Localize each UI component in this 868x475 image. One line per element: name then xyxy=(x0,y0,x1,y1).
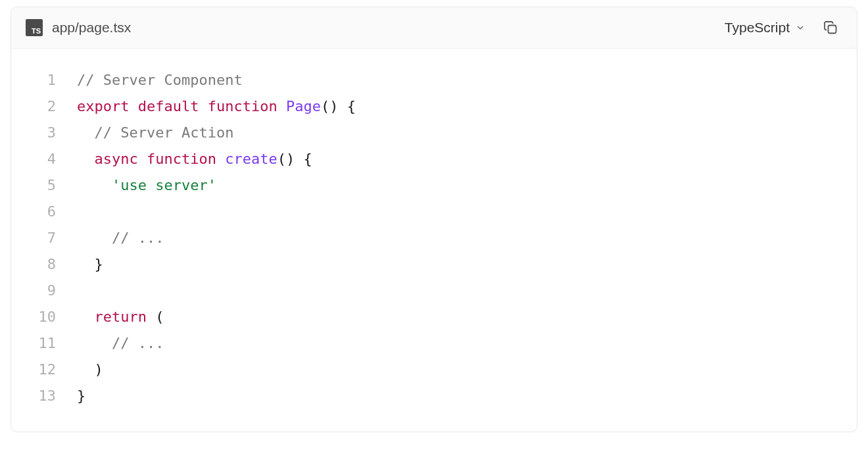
code-line: 7 // ... xyxy=(24,225,844,251)
line-number: 3 xyxy=(24,120,56,146)
code-line: 6 xyxy=(24,199,844,225)
line-content: // ... xyxy=(56,330,164,357)
line-number: 6 xyxy=(24,199,56,225)
code-line: 9 xyxy=(24,278,844,304)
code-line: 12 ) xyxy=(24,357,844,383)
line-number: 7 xyxy=(24,225,56,251)
header-left: TS app/page.tsx xyxy=(26,19,131,36)
line-content: } xyxy=(56,251,103,278)
line-number: 11 xyxy=(24,330,56,357)
line-content: } xyxy=(56,383,85,409)
line-content: 'use server' xyxy=(56,172,216,199)
code-body: 1// Server Component2export default func… xyxy=(11,49,857,432)
line-number: 2 xyxy=(24,93,56,120)
code-line: 3 // Server Action xyxy=(24,120,844,146)
svg-rect-0 xyxy=(829,26,836,34)
line-content xyxy=(56,278,85,304)
line-content: // Server Action xyxy=(56,120,233,146)
line-number: 8 xyxy=(24,251,56,278)
code-line: 10 return ( xyxy=(24,304,844,330)
code-line: 5 'use server' xyxy=(24,172,844,199)
line-content: async function create() { xyxy=(56,146,312,172)
code-line: 2export default function Page() { xyxy=(24,93,844,120)
line-number: 4 xyxy=(24,146,56,172)
line-number: 12 xyxy=(24,357,56,383)
line-number: 9 xyxy=(24,278,56,304)
line-number: 1 xyxy=(24,67,56,93)
line-content xyxy=(56,199,85,225)
copy-button[interactable] xyxy=(823,20,838,36)
code-line: 13} xyxy=(24,383,844,409)
line-number: 5 xyxy=(24,172,56,199)
header-right: TypeScript xyxy=(725,20,838,36)
chevron-down-icon xyxy=(795,22,806,33)
language-label: TypeScript xyxy=(725,20,790,36)
line-content: export default function Page() { xyxy=(56,93,356,120)
file-name: app/page.tsx xyxy=(52,20,131,36)
line-number: 10 xyxy=(24,304,56,330)
code-line: 11 // ... xyxy=(24,330,844,357)
line-number: 13 xyxy=(24,383,56,409)
line-content: return ( xyxy=(56,304,164,330)
line-content: // ... xyxy=(56,225,164,251)
typescript-file-icon: TS xyxy=(26,19,43,36)
language-selector[interactable]: TypeScript xyxy=(725,20,806,36)
code-header: TS app/page.tsx TypeScript xyxy=(11,7,857,49)
line-content: // Server Component xyxy=(56,67,243,93)
code-line: 1// Server Component xyxy=(24,67,844,93)
code-line: 4 async function create() { xyxy=(24,146,844,172)
line-content: ) xyxy=(56,357,103,383)
code-block: TS app/page.tsx TypeScript 1// Server Co… xyxy=(11,7,857,432)
code-line: 8 } xyxy=(24,251,844,278)
